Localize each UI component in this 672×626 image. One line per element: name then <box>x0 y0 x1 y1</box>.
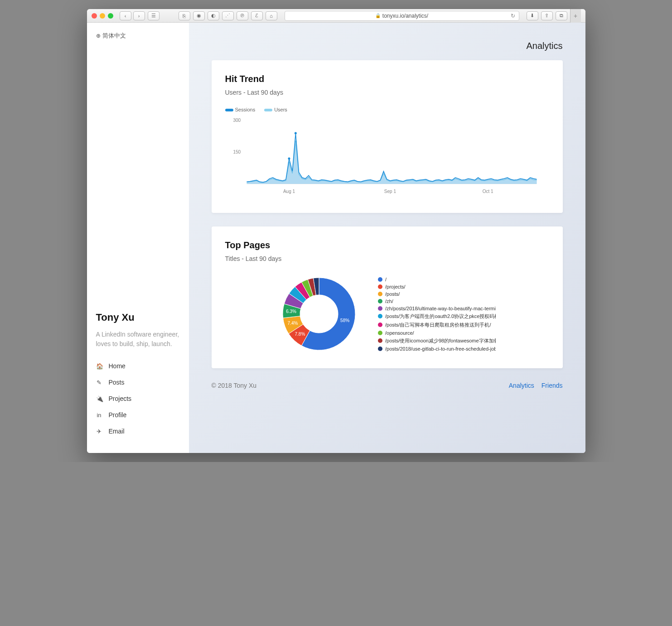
pie-legend-item[interactable]: /projects/ <box>378 283 496 290</box>
footer-link-friends[interactable]: Friends <box>541 382 563 389</box>
nav-label: Profile <box>109 411 127 419</box>
ext-button-1[interactable]: ◉ <box>193 11 205 20</box>
pencil-icon: ✎ <box>96 379 102 386</box>
pie-legend-label: /zh/posts/2018/ultimate-way-to-beautify-… <box>385 306 496 311</box>
pie-legend-label: /posts/ <box>385 291 400 297</box>
hit-trend-title: Hit Trend <box>225 74 549 84</box>
pie-legend-item[interactable]: /zh/posts/2018/ultimate-way-to-beautify-… <box>378 305 496 312</box>
page-title: Analytics <box>189 23 585 60</box>
new-tab-button[interactable]: + <box>570 9 581 23</box>
legend-item[interactable]: Sessions <box>225 107 256 112</box>
profile-name: Tony Xu <box>96 312 180 323</box>
line-chart-legend: SessionsUsers <box>225 107 549 112</box>
footer-link-analytics[interactable]: Analytics <box>509 382 534 389</box>
window-minimize-icon[interactable] <box>100 13 105 19</box>
svg-text:150: 150 <box>233 149 241 154</box>
svg-point-9 <box>294 132 296 135</box>
slice-label: 7.4% <box>288 321 298 326</box>
plug-icon: 🔌 <box>96 395 102 402</box>
nav-label: Email <box>109 428 125 435</box>
slice-label: 58% <box>340 318 349 323</box>
home-button[interactable]: ⌂ <box>266 11 277 20</box>
main-content: Analytics Hit Trend Users - Last 90 days… <box>189 23 585 453</box>
reader-button[interactable]: ⎘ <box>179 11 190 20</box>
rss-button[interactable]: ⋰ <box>222 11 234 20</box>
svg-point-8 <box>288 158 290 160</box>
pie-legend-label: /projects/ <box>385 284 406 289</box>
pie-legend-label: /posts/使用icomoon减少98的fontawesome字体加载体积/ <box>385 337 496 344</box>
legend-item[interactable]: Users <box>264 107 287 112</box>
nav-item-home[interactable]: 🏠Home <box>96 358 180 374</box>
share-button[interactable]: ⇪ <box>541 11 553 20</box>
evernote-button[interactable]: ℰ <box>251 11 263 20</box>
pie-legend-item[interactable]: / <box>378 276 496 283</box>
ext-button-2[interactable]: ◐ <box>208 11 219 20</box>
pie-legend: //projects//posts//zh//zh/posts/2018/ult… <box>378 276 496 352</box>
window-zoom-icon[interactable] <box>108 13 113 19</box>
svg-text:300: 300 <box>233 118 241 123</box>
forward-button[interactable]: › <box>133 11 145 20</box>
svg-text:Aug 1: Aug 1 <box>283 189 295 194</box>
pie-legend-label: /posts/为客户端而生的oauth2.0协议之pkce授权码模式/ <box>385 313 496 320</box>
pie-legend-item[interactable]: /posts/2018/use-gitlab-ci-to-run-free-sc… <box>378 345 496 352</box>
hit-trend-subtitle: Users - Last 90 days <box>225 89 549 96</box>
nav-item-email[interactable]: ✈Email <box>96 423 180 439</box>
lock-icon: 🔒 <box>375 13 381 18</box>
back-button[interactable]: ‹ <box>120 11 131 20</box>
pie-legend-label: /posts/2018/use-gitlab-ci-to-run-free-sc… <box>385 346 496 352</box>
profile-bio: A LinkedIn software engineer, loves to b… <box>96 330 180 349</box>
copyright: © 2018 Tony Xu <box>212 382 257 389</box>
top-pages-title: Top Pages <box>225 240 549 250</box>
top-pages-subtitle: Titles - Last 90 days <box>225 255 549 262</box>
sidebar: 简体中文 Tony Xu A LinkedIn software enginee… <box>87 23 189 453</box>
pie-legend-label: /zh/ <box>385 299 393 304</box>
nav-item-projects[interactable]: 🔌Projects <box>96 390 180 407</box>
svg-text:Sep 1: Sep 1 <box>384 189 396 194</box>
pie-legend-item[interactable]: /zh/ <box>378 298 496 305</box>
nav-item-posts[interactable]: ✎Posts <box>96 374 180 390</box>
pie-legend-item[interactable]: /posts/自己写脚本每日爬取租房价格推送到手机/ <box>378 321 496 329</box>
pie-legend-label: /opensource/ <box>385 330 414 336</box>
linkedin-icon: in <box>96 412 102 419</box>
pie-legend-label: / <box>385 277 387 282</box>
url-bar[interactable]: 🔒 tonyxu.io/analytics/ ↻ <box>285 11 519 21</box>
hit-trend-card: Hit Trend Users - Last 90 days SessionsU… <box>212 60 563 213</box>
pie-legend-item[interactable]: /posts/使用icomoon减少98的fontawesome字体加载体积/ <box>378 337 496 345</box>
browser-titlebar: ‹ › ☰ ⎘ ◉ ◐ ⋰ ℗ ℰ ⌂ 🔒 tonyxu.io/analytic… <box>87 9 585 23</box>
pie-legend-item[interactable]: /posts/ <box>378 290 496 298</box>
sidebar-toggle-button[interactable]: ☰ <box>148 11 160 20</box>
footer: © 2018 Tony Xu AnalyticsFriends <box>189 382 585 389</box>
svg-text:Oct 1: Oct 1 <box>482 189 493 194</box>
downloads-button[interactable]: ⬇ <box>527 11 538 20</box>
nav-label: Home <box>109 362 126 370</box>
donut-chart: 58%7.8%7.4%6.3% <box>278 273 360 355</box>
reload-icon[interactable]: ↻ <box>511 13 515 19</box>
language-switch[interactable]: 简体中文 <box>96 32 180 40</box>
tabs-button[interactable]: ⧉ <box>556 11 567 20</box>
slice-label: 7.8% <box>295 332 305 337</box>
slice-label: 6.3% <box>286 309 296 314</box>
line-chart: 150300Aug 1Sep 1Oct 1 <box>225 116 549 197</box>
url-text: tonyxu.io/analytics/ <box>382 13 428 19</box>
pie-legend-item[interactable]: /opensource/ <box>378 329 496 337</box>
pie-legend-item[interactable]: /posts/为客户端而生的oauth2.0协议之pkce授权码模式/ <box>378 312 496 321</box>
home-icon: 🏠 <box>96 363 102 370</box>
send-icon: ✈ <box>96 428 102 435</box>
top-pages-card: Top Pages Titles - Last 90 days 58%7.8%7… <box>212 226 563 368</box>
pinterest-button[interactable]: ℗ <box>237 11 248 20</box>
window-close-icon[interactable] <box>92 13 97 19</box>
nav-item-profile[interactable]: inProfile <box>96 407 180 423</box>
nav-label: Projects <box>109 395 132 402</box>
pie-legend-label: /posts/自己写脚本每日爬取租房价格推送到手机/ <box>385 322 491 328</box>
nav-label: Posts <box>109 379 125 386</box>
